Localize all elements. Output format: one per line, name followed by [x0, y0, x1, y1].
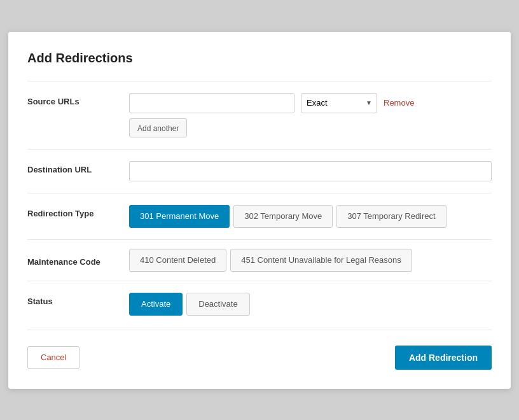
- source-urls-content: Exact Regex Contains ▼ Remove Add anothe…: [129, 93, 492, 137]
- status-label: Status: [27, 293, 129, 306]
- status-content: Activate Deactivate: [129, 293, 492, 316]
- add-redirection-button[interactable]: Add Redirection: [395, 346, 492, 370]
- status-btn-activate[interactable]: Activate: [129, 293, 183, 316]
- status-btn-deactivate[interactable]: Deactivate: [186, 293, 249, 316]
- add-another-wrapper: Add another: [129, 118, 492, 137]
- destination-url-label: Destination URL: [27, 161, 129, 174]
- status-row: Status Activate Deactivate: [27, 281, 492, 327]
- source-urls-row: Source URLs Exact Regex Contains ▼ Remov…: [27, 81, 492, 149]
- source-urls-label: Source URLs: [27, 93, 129, 106]
- footer: Cancel Add Redirection: [27, 330, 492, 370]
- modal-title: Add Redirections: [27, 51, 492, 66]
- destination-url-input[interactable]: [129, 161, 492, 181]
- add-another-button[interactable]: Add another: [129, 118, 187, 137]
- redirection-type-row: Redirection Type 301 Permanent Move 302 …: [27, 193, 492, 239]
- match-type-select[interactable]: Exact Regex Contains: [301, 93, 377, 113]
- type-btn-301[interactable]: 301 Permanent Move: [129, 205, 230, 228]
- source-url-input[interactable]: [129, 93, 294, 113]
- maintenance-code-buttons: 410 Content Deleted 451 Content Unavaila…: [129, 249, 492, 272]
- maintenance-code-label: Maintenance Code: [27, 253, 129, 267]
- maintenance-btn-410[interactable]: 410 Content Deleted: [129, 249, 226, 272]
- maintenance-code-row: Maintenance Code 410 Content Deleted 451…: [27, 239, 492, 281]
- source-url-input-row: Exact Regex Contains ▼ Remove: [129, 93, 492, 113]
- match-type-wrapper: Exact Regex Contains ▼: [301, 93, 377, 113]
- destination-url-content: [129, 161, 492, 181]
- redirection-type-content: 301 Permanent Move 302 Temporary Move 30…: [129, 205, 492, 228]
- destination-url-row: Destination URL: [27, 149, 492, 193]
- cancel-button[interactable]: Cancel: [27, 346, 80, 369]
- type-btn-307[interactable]: 307 Temporary Redirect: [336, 205, 446, 228]
- remove-button[interactable]: Remove: [384, 98, 414, 108]
- redirection-type-label: Redirection Type: [27, 205, 129, 218]
- maintenance-btn-451[interactable]: 451 Content Unavailable for Legal Reason…: [230, 249, 412, 272]
- status-buttons: Activate Deactivate: [129, 293, 492, 316]
- maintenance-code-content: 410 Content Deleted 451 Content Unavaila…: [129, 249, 492, 272]
- redirection-type-buttons: 301 Permanent Move 302 Temporary Move 30…: [129, 205, 492, 228]
- type-btn-302[interactable]: 302 Temporary Move: [233, 205, 333, 228]
- add-redirections-modal: Add Redirections Source URLs Exact Regex…: [8, 32, 511, 389]
